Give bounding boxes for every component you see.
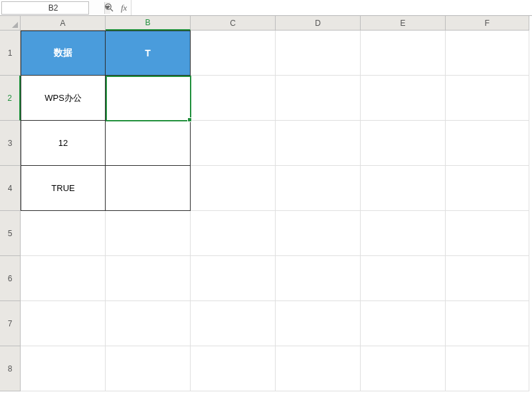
cell-F2[interactable] <box>446 76 529 121</box>
row-3: 3 12 <box>0 121 532 166</box>
cell-B1[interactable]: T <box>106 31 191 76</box>
cell-F3[interactable] <box>446 121 529 166</box>
row-header-5[interactable]: 5 <box>0 211 21 256</box>
row-header-3[interactable]: 3 <box>0 121 21 166</box>
row-1: 1 数据 T <box>0 31 532 76</box>
cell-D7[interactable] <box>276 301 361 346</box>
cell-E1[interactable] <box>361 31 446 76</box>
cell-A3[interactable]: 12 <box>21 121 106 166</box>
col-header-E[interactable]: E <box>361 16 446 31</box>
cell-C1[interactable] <box>191 31 276 76</box>
cell-C2[interactable] <box>191 76 276 121</box>
col-header-C[interactable]: C <box>191 16 276 31</box>
row-header-2[interactable]: 2 <box>0 76 21 121</box>
cell-A1[interactable]: 数据 <box>21 31 106 76</box>
row-7: 7 <box>0 301 532 346</box>
column-header-row: A B C D E F <box>0 16 532 31</box>
search-icon <box>104 3 114 13</box>
row-5: 5 <box>0 211 532 256</box>
cell-C4[interactable] <box>191 166 276 211</box>
col-header-B[interactable]: B <box>106 16 191 31</box>
cell-E8[interactable] <box>361 346 446 391</box>
cell-B4[interactable] <box>106 166 191 211</box>
cell-B2[interactable] <box>106 76 191 121</box>
cell-D3[interactable] <box>276 121 361 166</box>
row-4: 4 TRUE <box>0 166 532 211</box>
formula-input[interactable] <box>132 0 532 15</box>
cell-C8[interactable] <box>191 346 276 391</box>
cell-E2[interactable] <box>361 76 446 121</box>
cell-B7[interactable] <box>106 301 191 346</box>
row-header-7[interactable]: 7 <box>0 301 21 346</box>
col-header-F[interactable]: F <box>446 16 529 31</box>
col-header-D[interactable]: D <box>276 16 361 31</box>
row-header-1[interactable]: 1 <box>0 31 21 76</box>
cell-B5[interactable] <box>106 211 191 256</box>
name-box[interactable] <box>1 1 89 15</box>
row-2: 2 WPS办公 <box>0 76 532 121</box>
cell-A2[interactable]: WPS办公 <box>21 76 106 121</box>
cell-A5[interactable] <box>21 211 106 256</box>
cell-A8[interactable] <box>21 346 106 391</box>
cell-E6[interactable] <box>361 256 446 301</box>
cell-A4[interactable]: TRUE <box>21 166 106 211</box>
cell-D2[interactable] <box>276 76 361 121</box>
formula-bar: fx <box>0 0 532 16</box>
zoom-search-button[interactable] <box>89 0 117 15</box>
cell-F1[interactable] <box>446 31 529 76</box>
cell-E3[interactable] <box>361 121 446 166</box>
cell-B8[interactable] <box>106 346 191 391</box>
cell-D4[interactable] <box>276 166 361 211</box>
cell-F7[interactable] <box>446 301 529 346</box>
cell-C7[interactable] <box>191 301 276 346</box>
row-8: 8 <box>0 346 532 391</box>
cell-D5[interactable] <box>276 211 361 256</box>
row-header-6[interactable]: 6 <box>0 256 21 301</box>
cell-D8[interactable] <box>276 346 361 391</box>
cell-F6[interactable] <box>446 256 529 301</box>
cell-F4[interactable] <box>446 166 529 211</box>
cell-E7[interactable] <box>361 301 446 346</box>
row-header-8[interactable]: 8 <box>0 346 21 391</box>
cell-C3[interactable] <box>191 121 276 166</box>
row-header-4[interactable]: 4 <box>0 166 21 211</box>
cell-F8[interactable] <box>446 346 529 391</box>
cell-E5[interactable] <box>361 211 446 256</box>
cell-D1[interactable] <box>276 31 361 76</box>
cell-C5[interactable] <box>191 211 276 256</box>
fx-label[interactable]: fx <box>117 0 132 15</box>
select-all-corner[interactable] <box>0 16 21 31</box>
cell-B3[interactable] <box>106 121 191 166</box>
row-6: 6 <box>0 256 532 301</box>
cell-F5[interactable] <box>446 211 529 256</box>
cell-C6[interactable] <box>191 256 276 301</box>
svg-line-1 <box>110 9 113 11</box>
cell-E4[interactable] <box>361 166 446 211</box>
cell-A6[interactable] <box>21 256 106 301</box>
col-header-A[interactable]: A <box>21 16 106 31</box>
cell-B6[interactable] <box>106 256 191 301</box>
spreadsheet-grid: A B C D E F 1 数据 T 2 WPS办公 3 12 4 <box>0 16 532 391</box>
cell-A7[interactable] <box>21 301 106 346</box>
cell-D6[interactable] <box>276 256 361 301</box>
